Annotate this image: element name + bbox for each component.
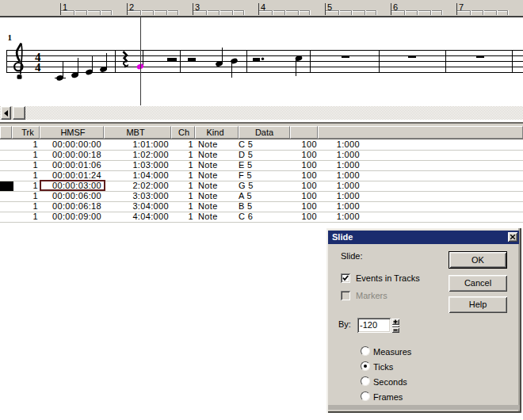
- svg-text:4: 4: [261, 2, 265, 12]
- svg-text:4: 4: [35, 61, 41, 74]
- svg-text:1: 1: [63, 2, 67, 12]
- svg-text:2: 2: [129, 2, 134, 12]
- svg-text:6: 6: [393, 2, 398, 12]
- svg-text:1: 1: [8, 32, 13, 42]
- svg-text:7: 7: [459, 2, 464, 12]
- svg-text:5: 5: [327, 2, 332, 12]
- svg-text:3: 3: [195, 2, 200, 12]
